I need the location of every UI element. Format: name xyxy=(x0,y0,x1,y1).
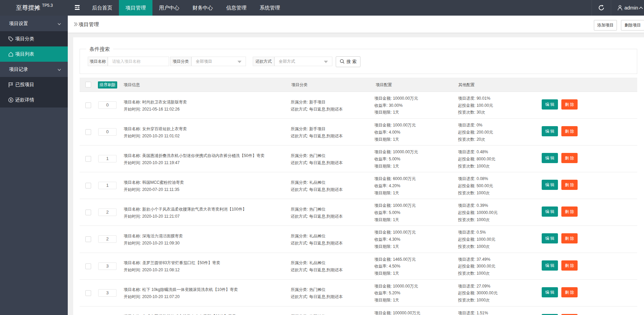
svg-text:$: $ xyxy=(10,98,12,102)
